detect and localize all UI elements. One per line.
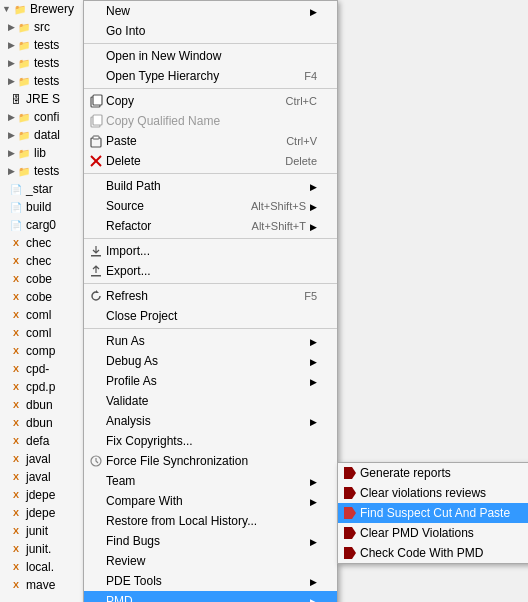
menu-item-close-project[interactable]: Close Project bbox=[84, 306, 337, 326]
menu-item-fix-copyrights[interactable]: Fix Copyrights... bbox=[84, 431, 337, 451]
tree-item[interactable]: ▶ 📁 lib bbox=[0, 144, 84, 162]
menu-item-copy-qualified-name[interactable]: Copy Qualified Name bbox=[84, 111, 337, 131]
tree-item[interactable]: X cpd.p bbox=[0, 378, 84, 396]
menu-item-force-sync[interactable]: Force File Synchronization bbox=[84, 451, 337, 471]
tree-item[interactable]: ▶ 📁 tests bbox=[0, 162, 84, 180]
menu-item-validate[interactable]: Validate bbox=[84, 391, 337, 411]
menu-item-refresh[interactable]: Refresh F5 bbox=[84, 286, 337, 306]
menu-item-debug-as[interactable]: Debug As bbox=[84, 351, 337, 371]
menu-item-restore-history[interactable]: Restore from Local History... bbox=[84, 511, 337, 531]
menu-item-profile-as[interactable]: Profile As bbox=[84, 371, 337, 391]
menu-item-build-path[interactable]: Build Path bbox=[84, 176, 337, 196]
menu-item-open-new-window[interactable]: Open in New Window bbox=[84, 46, 337, 66]
tree-item[interactable]: 📄 build bbox=[0, 198, 84, 216]
menu-item-find-bugs[interactable]: Find Bugs bbox=[84, 531, 337, 551]
java-icon: X bbox=[8, 235, 24, 251]
menu-item-label: Refactor bbox=[106, 219, 151, 233]
tree-item[interactable]: ▶ 📁 confi bbox=[0, 108, 84, 126]
tree-item[interactable]: X cpd- bbox=[0, 360, 84, 378]
tree-item[interactable]: X coml bbox=[0, 324, 84, 342]
folder-icon: 📁 bbox=[16, 55, 32, 71]
menu-item-team[interactable]: Team bbox=[84, 471, 337, 491]
tree-item[interactable]: X jdepe bbox=[0, 504, 84, 522]
tree-item[interactable]: X junit. bbox=[0, 540, 84, 558]
menu-item-find-suspect[interactable]: Find Suspect Cut And Paste bbox=[338, 503, 528, 523]
menu-item-review[interactable]: Review bbox=[84, 551, 337, 571]
tree-item[interactable]: X jdepe bbox=[0, 486, 84, 504]
tree-label: jdepe bbox=[26, 488, 55, 502]
java-icon: X bbox=[8, 505, 24, 521]
tree-label: jdepe bbox=[26, 506, 55, 520]
tree-item[interactable]: X dbun bbox=[0, 396, 84, 414]
expand-icon: ▶ bbox=[8, 166, 15, 176]
java-icon: X bbox=[8, 541, 24, 557]
folder-icon: 📁 bbox=[16, 19, 32, 35]
tree-label: lib bbox=[34, 146, 46, 160]
tree-label: tests bbox=[34, 56, 59, 70]
menu-item-clear-violations[interactable]: Clear violations reviews bbox=[338, 483, 528, 503]
menu-item-clear-pmd[interactable]: Clear PMD Violations bbox=[338, 523, 528, 543]
menu-item-analysis[interactable]: Analysis bbox=[84, 411, 337, 431]
menu-item-source[interactable]: Source Alt+Shift+S bbox=[84, 196, 337, 216]
tree-item[interactable]: X chec bbox=[0, 252, 84, 270]
tree-item[interactable]: X chec bbox=[0, 234, 84, 252]
menu-item-compare-with[interactable]: Compare With bbox=[84, 491, 337, 511]
tree-item[interactable]: ▶ 📁 src bbox=[0, 18, 84, 36]
submenu-arrow bbox=[300, 474, 317, 488]
menu-item-label: Find Bugs bbox=[106, 534, 160, 548]
tree-item[interactable]: X dbun bbox=[0, 414, 84, 432]
tree-item[interactable]: ▶ 📁 tests bbox=[0, 36, 84, 54]
menu-item-pmd[interactable]: PMD bbox=[84, 591, 337, 602]
expand-icon: ▶ bbox=[8, 112, 15, 122]
tree-item[interactable]: X junit bbox=[0, 522, 84, 540]
menu-item-copy[interactable]: Copy Ctrl+C bbox=[84, 91, 337, 111]
submenu-arrow bbox=[300, 334, 317, 348]
menu-item-label: Restore from Local History... bbox=[106, 514, 257, 528]
java-icon: X bbox=[8, 451, 24, 467]
tree-item[interactable]: ▶ 📁 datal bbox=[0, 126, 84, 144]
menu-item-label: Generate reports bbox=[360, 466, 451, 480]
pmd-submenu: Generate reports Clear violations review… bbox=[337, 462, 528, 564]
tree-item[interactable]: X coml bbox=[0, 306, 84, 324]
menu-item-export[interactable]: Export... bbox=[84, 261, 337, 281]
folder-icon: 📁 bbox=[16, 163, 32, 179]
menu-item-check-code[interactable]: Check Code With PMD bbox=[338, 543, 528, 563]
tree-item[interactable]: 🗄 JRE S bbox=[0, 90, 84, 108]
menu-item-label: Import... bbox=[106, 244, 150, 258]
tree-label: coml bbox=[26, 308, 51, 322]
tree-item[interactable]: X javal bbox=[0, 468, 84, 486]
tree-item[interactable]: X cobe bbox=[0, 270, 84, 288]
menu-item-label: Profile As bbox=[106, 374, 157, 388]
menu-item-label: Run As bbox=[106, 334, 145, 348]
menu-item-go-into[interactable]: Go Into bbox=[84, 21, 337, 41]
sync-icon bbox=[88, 453, 104, 469]
menu-item-label: Copy Qualified Name bbox=[106, 114, 220, 128]
menu-item-open-type-hierarchy[interactable]: Open Type Hierarchy F4 bbox=[84, 66, 337, 86]
expand-icon: ▶ bbox=[8, 148, 15, 158]
menu-item-generate-reports[interactable]: Generate reports bbox=[338, 463, 528, 483]
tree-item[interactable]: X javal bbox=[0, 450, 84, 468]
tree-item[interactable]: X mave bbox=[0, 576, 84, 594]
menu-item-new[interactable]: New bbox=[84, 1, 337, 21]
tree-item[interactable]: ▶ 📁 tests bbox=[0, 54, 84, 72]
menu-item-delete[interactable]: Delete Delete bbox=[84, 151, 337, 171]
menu-item-import[interactable]: Import... bbox=[84, 241, 337, 261]
tree-label: tests bbox=[34, 74, 59, 88]
tree-item[interactable]: X cobe bbox=[0, 288, 84, 306]
tree-root[interactable]: ▼ 📁 Brewery bbox=[0, 0, 84, 18]
java-icon: X bbox=[8, 343, 24, 359]
tree-item[interactable]: X local. bbox=[0, 558, 84, 576]
tree-item[interactable]: 📄 carg0 bbox=[0, 216, 84, 234]
tree-label: build bbox=[26, 200, 51, 214]
tree-item[interactable]: ▶ 📁 tests bbox=[0, 72, 84, 90]
menu-item-pde-tools[interactable]: PDE Tools bbox=[84, 571, 337, 591]
menu-item-label: PDE Tools bbox=[106, 574, 162, 588]
shortcut-label: F4 bbox=[284, 70, 317, 82]
svg-marker-10 bbox=[96, 290, 99, 293]
menu-item-run-as[interactable]: Run As bbox=[84, 331, 337, 351]
tree-item[interactable]: X comp bbox=[0, 342, 84, 360]
tree-item[interactable]: X defa bbox=[0, 432, 84, 450]
tree-item[interactable]: 📄 _star bbox=[0, 180, 84, 198]
menu-item-refactor[interactable]: Refactor Alt+Shift+T bbox=[84, 216, 337, 236]
menu-item-paste[interactable]: Paste Ctrl+V bbox=[84, 131, 337, 151]
